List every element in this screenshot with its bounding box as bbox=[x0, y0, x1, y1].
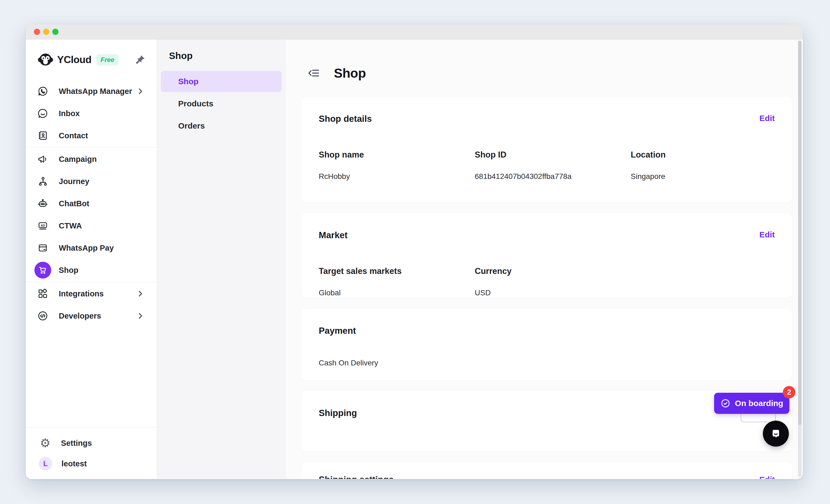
card-heading: Shop details bbox=[319, 114, 372, 124]
card-heading: Shipping settings bbox=[319, 474, 394, 479]
sidebar-item-campaign[interactable]: Campaign bbox=[26, 148, 157, 170]
gear-icon: ⚙ bbox=[39, 437, 52, 449]
subnav-item-orders[interactable]: Orders bbox=[161, 115, 282, 136]
account-label: leotest bbox=[61, 459, 87, 468]
edit-shop-details-button[interactable]: Edit bbox=[759, 114, 775, 123]
sidebar-item-whatsapp-manager[interactable]: WhatsApp Manager bbox=[26, 80, 157, 102]
sidebar-item-label: Contact bbox=[59, 131, 88, 140]
onboarding-notification-badge: 2 bbox=[783, 386, 795, 398]
check-circle-icon bbox=[720, 398, 731, 408]
field-shop-id: Shop ID 681b412407b04302ffba778a bbox=[475, 150, 631, 181]
subnav-item-products[interactable]: Products bbox=[161, 93, 282, 114]
field-currency: Currency USD bbox=[475, 266, 775, 297]
sidebar-item-label: ChatBot bbox=[59, 199, 89, 208]
ycloud-monkey-logo-icon bbox=[37, 52, 54, 68]
field-label: Shop name bbox=[319, 150, 475, 160]
sidebar-footer: ⚙ Settings L leotest bbox=[26, 427, 157, 479]
close-window-button[interactable] bbox=[34, 29, 40, 35]
card-market: Market Edit Target sales markets Global … bbox=[301, 213, 792, 298]
subnav-item-shop[interactable]: Shop bbox=[161, 71, 282, 92]
field-value: USD bbox=[475, 289, 775, 297]
credit-card-icon bbox=[37, 242, 49, 254]
subnav-list: Shop Products Orders bbox=[157, 71, 285, 136]
field-value: 681b412407b04302ffba778a bbox=[475, 172, 631, 181]
ad-icon: AD bbox=[37, 220, 49, 231]
code-icon bbox=[37, 310, 49, 322]
card-shipping-settings: Shipping settings Edit bbox=[301, 462, 792, 479]
card-heading: Payment bbox=[319, 326, 356, 336]
sidebar-item-label: Developers bbox=[59, 311, 101, 321]
avatar: L bbox=[39, 457, 52, 470]
field-label: Shop ID bbox=[475, 150, 631, 160]
sidebar-divider bbox=[26, 147, 157, 147]
sidebar-item-label: WhatsApp Pay bbox=[59, 244, 114, 253]
sidebar-item-integrations[interactable]: Integrations bbox=[26, 282, 157, 305]
chat-bubble-icon bbox=[37, 108, 49, 119]
sidebar-item-ctwa[interactable]: AD CTWA bbox=[26, 215, 157, 237]
sidebar-nav: WhatsApp Manager Inbox bbox=[26, 80, 157, 427]
sidebar-item-label: Campaign bbox=[59, 155, 97, 164]
scrollbar-thumb[interactable] bbox=[798, 41, 802, 425]
sidebar-item-contact[interactable]: Contact bbox=[26, 125, 157, 147]
sidebar-item-label: WhatsApp Manager bbox=[59, 87, 132, 96]
minimize-window-button[interactable] bbox=[43, 29, 49, 35]
edit-shipping-settings-button[interactable]: Edit bbox=[759, 475, 775, 479]
window-titlebar bbox=[26, 24, 803, 39]
logo-row: YCloud Free bbox=[26, 39, 157, 68]
sidebar-item-account[interactable]: L leotest bbox=[26, 453, 157, 474]
plan-badge: Free bbox=[96, 54, 119, 66]
field-value: RcHobby bbox=[319, 172, 475, 181]
settings-label: Settings bbox=[61, 439, 92, 448]
card-shop-details: Shop details Edit Shop name RcHobby Shop… bbox=[301, 97, 792, 202]
sidebar-item-label: Journey bbox=[59, 177, 89, 186]
sidebar-item-label: Integrations bbox=[59, 289, 104, 298]
app-window: YCloud Free WhatsApp Manager bbox=[26, 24, 803, 479]
payment-method-value: Cash On Delivery bbox=[319, 359, 775, 367]
grid-icon bbox=[37, 288, 49, 299]
sidebar-divider bbox=[26, 282, 157, 282]
field-label: Target sales markets bbox=[319, 266, 475, 276]
cart-icon bbox=[34, 262, 51, 278]
sidebar-item-whatsapp-pay[interactable]: WhatsApp Pay bbox=[26, 237, 157, 259]
scrollbar[interactable] bbox=[798, 41, 802, 477]
sidebar-item-label: Inbox bbox=[59, 109, 79, 118]
sidebar-item-inbox[interactable]: Inbox bbox=[26, 102, 157, 125]
secondary-sidebar: Shop Shop Products Orders bbox=[157, 39, 286, 479]
robot-icon bbox=[37, 198, 49, 209]
collapse-sidebar-icon[interactable] bbox=[308, 67, 320, 79]
card-heading: Shipping bbox=[319, 408, 357, 418]
brand-name: YCloud bbox=[57, 54, 91, 66]
field-value: Global bbox=[319, 289, 475, 297]
chevron-right-icon bbox=[136, 312, 144, 320]
sidebar-item-developers[interactable]: Developers bbox=[26, 305, 157, 327]
field-target-sales-markets: Target sales markets Global bbox=[319, 266, 475, 297]
field-location: Location Singapore bbox=[631, 150, 775, 181]
chat-widget-button[interactable] bbox=[763, 421, 789, 447]
page-header: Shop bbox=[301, 63, 803, 83]
page-title: Shop bbox=[334, 66, 366, 81]
zoom-window-button[interactable] bbox=[52, 29, 59, 35]
megaphone-icon bbox=[37, 154, 49, 165]
sidebar-item-label: Shop bbox=[59, 266, 78, 275]
sidebar-item-settings[interactable]: ⚙ Settings bbox=[26, 433, 157, 453]
pin-sidebar-icon[interactable] bbox=[134, 54, 146, 66]
field-shop-name: Shop name RcHobby bbox=[319, 150, 475, 181]
field-label: Location bbox=[631, 150, 775, 160]
chevron-right-icon bbox=[136, 87, 144, 95]
field-label: Currency bbox=[475, 266, 775, 276]
org-chart-icon bbox=[37, 176, 49, 187]
sidebar-item-journey[interactable]: Journey bbox=[26, 170, 157, 193]
sidebar-item-shop[interactable]: Shop bbox=[26, 259, 157, 281]
svg-text:AD: AD bbox=[41, 224, 45, 227]
address-book-icon bbox=[37, 130, 49, 141]
onboarding-button[interactable]: On boarding bbox=[714, 393, 789, 414]
sidebar-item-label: CTWA bbox=[59, 222, 82, 230]
field-value: Singapore bbox=[631, 172, 775, 181]
subnav-title: Shop bbox=[157, 51, 285, 61]
edit-market-button[interactable]: Edit bbox=[759, 230, 775, 239]
chevron-right-icon bbox=[136, 290, 144, 298]
card-payment: Payment Cash On Delivery bbox=[301, 309, 792, 380]
sidebar-item-chatbot[interactable]: ChatBot bbox=[26, 193, 157, 215]
whatsapp-icon bbox=[37, 86, 49, 97]
primary-sidebar: YCloud Free WhatsApp Manager bbox=[26, 39, 157, 479]
